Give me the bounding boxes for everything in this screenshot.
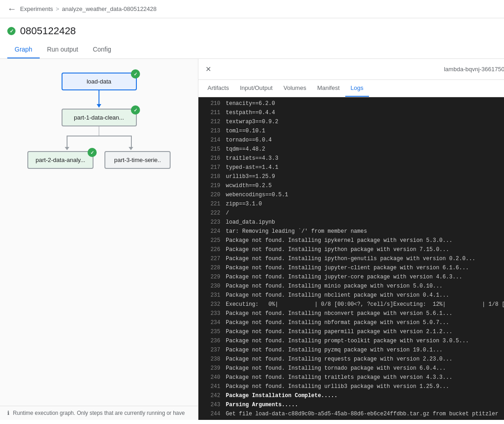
- subtab-volumes[interactable]: Volumes: [278, 80, 312, 97]
- run-title: 0805122428: [20, 25, 76, 37]
- log-line: 222/: [198, 209, 504, 218]
- log-line: 234Package not found. Installing nbforma…: [198, 318, 504, 327]
- log-line: 230Package not found. Installing minio p…: [198, 282, 504, 291]
- log-line: 239Package not found. Installing tornado…: [198, 364, 504, 373]
- subtab-artifacts[interactable]: Artifacts: [202, 80, 234, 97]
- tab-config[interactable]: Config: [85, 41, 118, 58]
- lambda-title: lambda-bqvnj-3661750827: [444, 66, 504, 73]
- log-line: 216traitlets==4.3.3: [198, 154, 504, 163]
- subtab-logs[interactable]: Logs: [345, 80, 369, 97]
- log-line: 221zipp==3.1.0: [198, 199, 504, 209]
- node-part2-label: part-2-data-analy...: [36, 157, 85, 163]
- node-load-data-label: load-data: [87, 78, 111, 85]
- log-subtabs: Artifacts Input/Output Volumes Manifest …: [198, 80, 504, 97]
- log-line: 227Package not found. Installing ipython…: [198, 254, 504, 263]
- node-part1-label: part-1-data-clean...: [74, 114, 124, 121]
- breadcrumb-separator: >: [56, 5, 59, 12]
- log-line: 224tar: Removing leading `/' from member…: [198, 227, 504, 236]
- log-line: 215tqdm==4.48.2: [198, 145, 504, 154]
- log-line: 238Package not found. Installing request…: [198, 355, 504, 364]
- node-part3[interactable]: part-3-time-serie..: [104, 151, 171, 169]
- log-content[interactable]: 210tenacity==6.2.0211testpath==0.4.4212t…: [198, 97, 504, 420]
- log-line: 225Package not found. Installing ipykern…: [198, 236, 504, 245]
- log-line: 233Package not found. Installing nbconve…: [198, 309, 504, 318]
- log-line: 231Package not found. Installing nbclien…: [198, 291, 504, 300]
- log-line: 242Package Installation Complete.....: [198, 391, 504, 400]
- status-icon: ✓: [7, 27, 16, 35]
- node-part1[interactable]: part-1-data-clean... ✓: [62, 109, 137, 126]
- log-line: 226Package not found. Installing ipython…: [198, 245, 504, 254]
- graph-panel: load-data ✓ part-1-data-clean... ✓: [0, 59, 198, 420]
- log-line: 237Package not found. Installing pyzmq p…: [198, 345, 504, 355]
- log-line: 240Package not found. Installing traitle…: [198, 373, 504, 382]
- breadcrumb-parent[interactable]: Experiments: [20, 5, 53, 12]
- main-tabs: Graph Run output Config: [7, 41, 497, 58]
- close-button[interactable]: ×: [206, 64, 211, 74]
- log-line: 229Package not found. Installing jupyter…: [198, 272, 504, 282]
- log-line: 217typed-ast==1.4.1: [198, 163, 504, 172]
- log-line: 245Processing dependencies.......: [198, 419, 504, 420]
- log-line: 212textwrap3==0.9.2: [198, 117, 504, 126]
- logs-header: × lambda-bqvnj-3661750827: [198, 59, 504, 80]
- logs-panel: × lambda-bqvnj-3661750827 Artifacts Inpu…: [198, 59, 504, 420]
- log-line: 244Get file load-data-c88d9c0b-a5d5-45ab…: [198, 409, 504, 419]
- graph-footer: ℹ Runtime execution graph. Only steps th…: [0, 406, 198, 420]
- log-line: 241Package not found. Installing urllib3…: [198, 382, 504, 391]
- log-line: 220webencodings==0.5.1: [198, 190, 504, 199]
- log-line: 214tornado==6.0.4: [198, 136, 504, 145]
- log-line: 218urllib3==1.25.9: [198, 172, 504, 181]
- node-part2[interactable]: part-2-data-analy... ✓: [27, 151, 94, 169]
- tab-graph[interactable]: Graph: [7, 41, 40, 58]
- log-line: 213toml==0.10.1: [198, 126, 504, 136]
- log-line: 236Package not found. Installing prompt-…: [198, 336, 504, 345]
- log-line: 235Package not found. Installing papermi…: [198, 327, 504, 336]
- log-line: 211testpath==0.4.4: [198, 108, 504, 117]
- log-line: 219wcwidth==0.2.5: [198, 181, 504, 190]
- footer-text: Runtime execution graph. Only steps that…: [13, 410, 185, 416]
- node-load-data-check: ✓: [131, 69, 140, 79]
- tab-run-output[interactable]: Run output: [40, 41, 86, 58]
- log-line: 243Parsing Arguments.....: [198, 400, 504, 409]
- log-line: 232Executing: 0%| | 0/8 [00:00<?, ?cell/…: [198, 300, 504, 309]
- node-load-data[interactable]: load-data ✓: [62, 73, 137, 90]
- node-part1-check: ✓: [131, 105, 140, 115]
- back-button[interactable]: ←: [7, 4, 16, 14]
- log-line: 228Package not found. Installing jupyter…: [198, 263, 504, 272]
- breadcrumb-current: analyze_weather_data-0805122428: [62, 5, 156, 12]
- subtab-inputoutput[interactable]: Input/Output: [234, 80, 278, 97]
- node-part2-check: ✓: [88, 148, 97, 157]
- subtab-manifest[interactable]: Manifest: [312, 80, 345, 97]
- breadcrumb: Experiments > analyze_weather_data-08051…: [20, 5, 156, 12]
- node-part3-label: part-3-time-serie..: [114, 157, 161, 163]
- log-line: 210tenacity==6.2.0: [198, 99, 504, 108]
- log-line: 223load_data.ipynb: [198, 218, 504, 227]
